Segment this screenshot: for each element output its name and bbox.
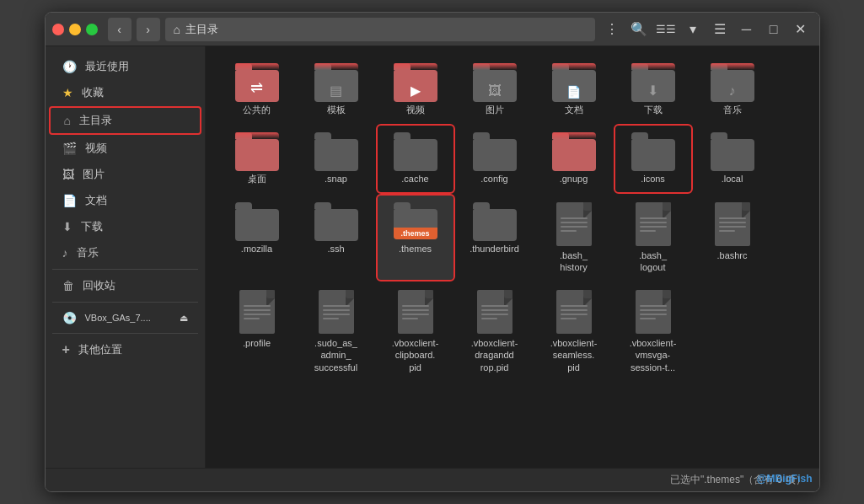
folder-icon-themes: .themes <box>394 202 437 239</box>
file-item-thunderbird[interactable]: .thunderbird <box>457 196 533 281</box>
sidebar-item-doc[interactable]: 📄 文档 <box>49 188 201 213</box>
forward-icon: › <box>146 23 150 36</box>
file-item-document[interactable]: 📄 文档 <box>536 56 612 122</box>
file-item-config[interactable]: .config <box>457 126 533 191</box>
sidebar-item-other[interactable]: + 其他位置 <box>49 337 201 362</box>
home-nav-icon: ⌂ <box>64 114 71 127</box>
file-item-bash-logout[interactable]: .bash_logout <box>615 196 691 281</box>
window-maximize-button[interactable]: □ <box>762 18 786 41</box>
sidebar-label-picture: 图片 <box>83 167 105 182</box>
trash-icon: 🗑 <box>62 279 74 292</box>
file-item-ssh[interactable]: .ssh <box>298 196 374 281</box>
file-item-bash-history[interactable]: .bash_history <box>536 196 612 281</box>
file-label-picture: 图片 <box>486 104 504 115</box>
recent-icon: 🕐 <box>62 60 77 73</box>
view-toggle-button[interactable]: ▾ <box>681 18 705 41</box>
file-label-template: 模板 <box>327 104 346 115</box>
search-button[interactable]: 🔍 <box>627 18 651 41</box>
file-item-picture[interactable]: 🖼 图片 <box>457 56 533 122</box>
file-label-public: 公共的 <box>243 104 271 115</box>
starred-icon: ★ <box>62 86 73 99</box>
sidebar-divider2 <box>52 302 198 303</box>
file-label-profile: .profile <box>243 337 271 349</box>
folder-icon-thunderbird <box>473 202 517 239</box>
file-item-download[interactable]: ⬇ 下载 <box>615 56 691 122</box>
file-label-mozilla: .mozilla <box>241 243 272 255</box>
music-icon: ♪ <box>62 246 68 260</box>
file-content: ⇌ 公共的 ▤ 模板 <box>206 46 819 468</box>
window-close-button[interactable]: ✕ <box>789 18 813 41</box>
maximize-button[interactable] <box>86 24 98 35</box>
file-item-snap[interactable]: .snap <box>298 126 374 191</box>
sidebar-item-trash[interactable]: 🗑 回收站 <box>49 273 201 298</box>
menu-dots-button[interactable]: ⋮ <box>600 18 624 41</box>
sidebar-item-starred[interactable]: ★ 收藏 <box>49 80 201 105</box>
file-item-music[interactable]: ♪ 音乐 <box>695 56 770 122</box>
file-item-profile[interactable]: .profile <box>219 283 295 380</box>
sidebar: 🕐 最近使用 ★ 收藏 ⌂ 主目录 🎬 视频 🖼 图片 📄 文档 <box>46 46 206 468</box>
forward-button[interactable]: › <box>137 18 160 41</box>
file-label-ssh: .ssh <box>327 243 344 255</box>
sidebar-item-home[interactable]: ⌂ 主目录 <box>49 106 201 135</box>
sidebar-label-trash: 回收站 <box>83 278 115 293</box>
file-label-snap: .snap <box>325 173 347 185</box>
sidebar-label-vbox: VBox_GAs_7.... <box>85 313 151 323</box>
sidebar-item-vbox[interactable]: 💿 VBox_GAs_7.... ⏏ <box>49 306 201 330</box>
file-item-video[interactable]: ▶ 视频 <box>378 56 453 122</box>
main-area: 🕐 最近使用 ★ 收藏 ⌂ 主目录 🎬 视频 🖼 图片 📄 文档 <box>46 46 819 468</box>
file-item-cache[interactable]: .cache <box>378 126 453 191</box>
folder-icon-mozilla <box>235 202 279 239</box>
address-bar[interactable]: ⌂ 主目录 <box>165 18 595 41</box>
file-label-icons: .icons <box>641 173 665 185</box>
window-minimize-button[interactable]: ─ <box>735 18 759 41</box>
other-icon: + <box>62 342 70 357</box>
file-item-gnupg[interactable]: .gnupg <box>536 126 612 191</box>
sidebar-item-video[interactable]: 🎬 视频 <box>49 136 201 161</box>
sidebar-label-doc: 文档 <box>85 193 107 208</box>
file-item-mozilla[interactable]: .mozilla <box>219 196 295 281</box>
minimize-button[interactable] <box>69 24 81 35</box>
folder-icon-document: 📄 <box>552 63 596 100</box>
file-label-vbox-clipboard: .vboxclient-clipboard.pid <box>392 337 439 373</box>
file-item-sudo[interactable]: .sudo_as_admin_successful <box>298 283 374 380</box>
close-button[interactable] <box>52 24 64 35</box>
vbox-eject-icon[interactable]: ⏏ <box>180 313 188 324</box>
file-item-local[interactable]: .local <box>695 126 770 191</box>
watermark: @MBigFish <box>757 473 813 485</box>
file-item-desktop[interactable]: 桌面 <box>219 126 295 191</box>
home-icon: ⌂ <box>174 23 180 36</box>
sidebar-label-recent: 最近使用 <box>85 59 129 74</box>
file-icon-sudo <box>319 290 354 334</box>
file-label-themes: .themes <box>399 243 432 255</box>
file-label-document: 文档 <box>565 104 583 115</box>
file-label-video: 视频 <box>406 104 425 115</box>
file-label-music: 音乐 <box>723 104 742 115</box>
folder-icon-gnupg <box>552 132 596 169</box>
file-item-vbox-seamless[interactable]: .vboxclient-seamless.pid <box>536 283 612 380</box>
file-item-icons[interactable]: .icons <box>615 126 691 191</box>
folder-icon-download: ⬇ <box>631 63 675 100</box>
vbox-icon: 💿 <box>62 311 77 324</box>
file-item-vbox-clipboard[interactable]: .vboxclient-clipboard.pid <box>378 283 453 380</box>
file-item-bashrc[interactable]: .bashrc <box>695 196 770 281</box>
file-grid: ⇌ 公共的 ▤ 模板 <box>219 56 806 380</box>
sidebar-item-picture[interactable]: 🖼 图片 <box>49 162 201 187</box>
sidebar-item-download[interactable]: ⬇ 下载 <box>49 214 201 239</box>
back-button[interactable]: ‹ <box>108 18 131 41</box>
file-item-themes[interactable]: .themes .themes <box>378 196 453 281</box>
sidebar-item-recent[interactable]: 🕐 最近使用 <box>49 54 201 79</box>
folder-icon-video: ▶ <box>394 63 437 100</box>
file-item-template[interactable]: ▤ 模板 <box>298 56 374 122</box>
file-icon-vbox-drag <box>477 290 512 334</box>
file-manager-window: ‹ › ⌂ 主目录 ⋮ 🔍 ☰☰ ▾ ☰ ─ □ ✕ 🕐 最近使用 <box>45 12 820 492</box>
settings-button[interactable]: ☰ <box>708 18 732 41</box>
file-label-vbox-drag: .vboxclient-draganddrop.pid <box>471 337 518 373</box>
file-item-public[interactable]: ⇌ 公共的 <box>219 56 295 122</box>
file-item-vbox-drag[interactable]: .vboxclient-draganddrop.pid <box>457 283 533 380</box>
folder-icon-cache <box>394 132 437 169</box>
folder-icon-local <box>711 132 754 169</box>
view-list-button[interactable]: ☰☰ <box>654 18 678 41</box>
sidebar-item-music[interactable]: ♪ 音乐 <box>49 240 201 265</box>
file-item-vbox-vmsvga[interactable]: .vboxclient-vmsvga-session-t... <box>615 283 691 380</box>
file-icon-bash-logout <box>636 202 671 246</box>
